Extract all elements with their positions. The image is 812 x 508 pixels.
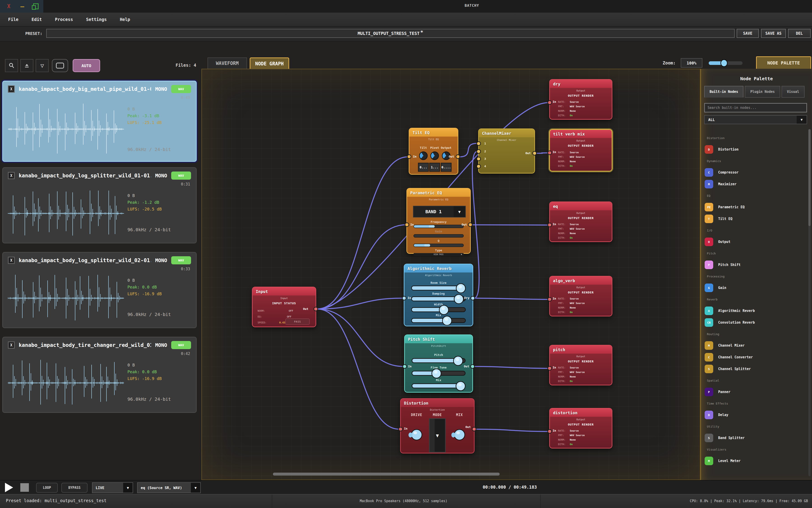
knob-value[interactable]: 0.... bbox=[441, 163, 452, 172]
mix-knob[interactable] bbox=[454, 429, 465, 440]
node-output-eq[interactable]: eq Output OUTPUT RENDER RATE:Source FMT:… bbox=[549, 202, 612, 242]
node-algorithmic-reverb[interactable]: Algorithmic Reverb Algorithmic Reverb Ro… bbox=[404, 264, 473, 326]
node-output-tilt-verb-mix[interactable]: tilt verb mix Output OUTPUT RENDER RATE:… bbox=[549, 129, 612, 171]
input-port-4[interactable] bbox=[476, 164, 481, 169]
tab-node-graph[interactable]: NODE GRAPH bbox=[250, 57, 289, 69]
remove-file-checkbox[interactable]: X bbox=[8, 172, 15, 179]
gain-slider[interactable] bbox=[414, 234, 464, 238]
pass-button[interactable]: PASS bbox=[285, 319, 310, 325]
loop-button[interactable]: LOOP bbox=[36, 483, 58, 493]
output-port[interactable] bbox=[532, 151, 537, 156]
node-output-pitch[interactable]: pitch Output OUTPUT RENDER RATE:Source F… bbox=[549, 345, 612, 385]
mix-slider[interactable] bbox=[412, 383, 466, 388]
input-port[interactable] bbox=[547, 100, 552, 105]
node-palette-toggle-button[interactable]: NODE PALETTE bbox=[756, 56, 811, 70]
menu-help[interactable]: Help bbox=[120, 17, 130, 22]
q-slider[interactable] bbox=[414, 244, 464, 247]
input-port[interactable] bbox=[547, 297, 552, 302]
node-output-algo-verb[interactable]: algo_verb Output OUTPUT RENDER RATE:Sour… bbox=[549, 276, 612, 316]
room-size-slider[interactable] bbox=[411, 286, 466, 291]
delete-preset-button[interactable]: DEL bbox=[788, 29, 811, 38]
preset-name-input[interactable]: MULTI_OUTPUT_STRESS_TEST* bbox=[46, 29, 735, 38]
menu-file[interactable]: File bbox=[8, 17, 18, 22]
input-port-3[interactable] bbox=[476, 157, 481, 161]
input-port[interactable] bbox=[547, 223, 552, 227]
palette-tab-plugin[interactable]: Plugin Nodes bbox=[745, 86, 780, 97]
auto-button[interactable]: AUTO bbox=[73, 59, 100, 72]
palette-item-distortion[interactable]: DDistortion bbox=[704, 143, 804, 155]
input-port[interactable] bbox=[398, 427, 403, 431]
input-port[interactable] bbox=[547, 429, 552, 434]
sort-button[interactable] bbox=[20, 59, 33, 72]
stop-button[interactable] bbox=[20, 483, 29, 492]
palette-search-input[interactable]: Search built-in nodes... bbox=[704, 103, 807, 113]
input-port[interactable] bbox=[402, 296, 407, 300]
maximize-icon[interactable] bbox=[33, 3, 39, 9]
save-as-button[interactable]: SAVE AS bbox=[761, 29, 786, 38]
menu-settings[interactable]: Settings bbox=[86, 17, 107, 22]
node-distortion[interactable]: Distortion Distortion DRIVE MODE MIX ▼ I… bbox=[400, 398, 474, 454]
palette-item-delay[interactable]: DDelay bbox=[704, 409, 804, 421]
file-card[interactable]: X kanabo_impact_body_tire_changer_red_wi… bbox=[2, 337, 197, 413]
graph-horizontal-scrollbar[interactable] bbox=[273, 473, 500, 475]
palette-item-level-meter[interactable]: MLevel Meter bbox=[704, 455, 804, 467]
node-graph-canvas[interactable]: Input Input INPUT STATUS NORM:OFF EQ:OFF… bbox=[201, 69, 700, 480]
palette-item-maximizer[interactable]: MMaximizer bbox=[704, 178, 804, 190]
palette-scrollbar-thumb[interactable] bbox=[808, 129, 811, 226]
pitch-slider[interactable] bbox=[412, 358, 466, 363]
output-port[interactable] bbox=[456, 155, 460, 159]
output-port[interactable] bbox=[313, 307, 318, 311]
remove-file-checkbox[interactable]: X bbox=[8, 341, 15, 349]
input-port-1[interactable] bbox=[476, 141, 481, 146]
close-icon[interactable]: X bbox=[6, 3, 12, 9]
menu-process[interactable]: Process bbox=[55, 17, 73, 22]
mode-dropdown[interactable]: ▼ bbox=[429, 418, 446, 453]
input-port[interactable] bbox=[547, 151, 552, 155]
zoom-slider[interactable] bbox=[709, 61, 742, 65]
band-select-dropdown[interactable]: BAND 1 ▼ bbox=[413, 206, 466, 217]
palette-tab-visual[interactable]: Visual bbox=[781, 86, 805, 97]
input-port[interactable] bbox=[402, 364, 407, 369]
drive-knob[interactable] bbox=[411, 429, 422, 440]
mix-slider[interactable] bbox=[411, 318, 466, 323]
pivot-knob[interactable] bbox=[430, 152, 439, 160]
minimize-icon[interactable]: — bbox=[20, 3, 25, 9]
output-port[interactable] bbox=[470, 296, 475, 300]
remove-file-checkbox[interactable]: X bbox=[8, 257, 15, 264]
palette-scrollbar[interactable] bbox=[808, 129, 811, 476]
view-mode-button[interactable] bbox=[52, 59, 68, 72]
bypass-button[interactable]: BYPASS bbox=[61, 483, 87, 493]
play-button[interactable] bbox=[5, 483, 13, 492]
input-port[interactable] bbox=[547, 366, 552, 371]
monitor-target-dropdown[interactable]: eq (Source SR, WAV) ▼ bbox=[137, 482, 201, 493]
palette-item-gain[interactable]: GGain bbox=[704, 282, 804, 294]
zoom-slider-thumb[interactable] bbox=[721, 59, 728, 67]
palette-item-tilt-eq[interactable]: TTilt EQ bbox=[704, 213, 804, 225]
node-input[interactable]: Input Input INPUT STATUS NORM:OFF EQ:OFF… bbox=[252, 287, 316, 327]
node-channel-mixer[interactable]: ChannelMixer Channel Mixer 1 2 3 4 Out bbox=[478, 128, 535, 174]
zoom-value-field[interactable]: 100% bbox=[681, 58, 702, 68]
search-button[interactable] bbox=[5, 59, 18, 72]
node-parametric-eq[interactable]: Parametric EQ Parametric EQ BAND 1 ▼ Fre… bbox=[407, 188, 471, 254]
palette-item-algorithmic-reverb[interactable]: AAlgorithmic Reverb bbox=[704, 305, 804, 316]
node-output-distortion[interactable]: distortion Output OUTPUT RENDER RATE:Sou… bbox=[549, 408, 612, 449]
knob-value[interactable]: 0... bbox=[418, 163, 429, 172]
frequency-slider[interactable] bbox=[414, 225, 464, 228]
tab-waveform[interactable]: WAVEFORM bbox=[207, 57, 247, 69]
file-card[interactable]: X kanabo_impact_body_big_metal_pipe_wild… bbox=[2, 81, 197, 162]
width-slider[interactable] bbox=[411, 307, 466, 312]
monitor-mode-dropdown[interactable]: LIVE ▼ bbox=[92, 482, 133, 493]
file-card[interactable]: X kanabo_impact_body_log_splitter_wild_0… bbox=[2, 167, 197, 243]
palette-item-convolution-reverb[interactable]: CRConvolution Reverb bbox=[704, 316, 804, 328]
knob-value[interactable]: 1... bbox=[429, 163, 440, 172]
fine-tune-slider[interactable] bbox=[412, 371, 466, 376]
palette-item-panner[interactable]: PPanner bbox=[704, 386, 804, 398]
palette-item-channel-splitter[interactable]: SChannel Splitter bbox=[704, 363, 804, 375]
save-button[interactable]: SAVE bbox=[737, 29, 759, 38]
filter-type-dropdown[interactable]: HIGH PASS▼ bbox=[414, 253, 464, 256]
palette-item-band-splitter[interactable]: SBand Splitter bbox=[704, 432, 804, 444]
palette-item-parametric-eq[interactable]: PEParametric EQ bbox=[704, 201, 804, 213]
input-port-2[interactable] bbox=[476, 149, 481, 154]
remove-file-checkbox[interactable]: X bbox=[8, 85, 15, 93]
output-port[interactable] bbox=[470, 364, 475, 369]
